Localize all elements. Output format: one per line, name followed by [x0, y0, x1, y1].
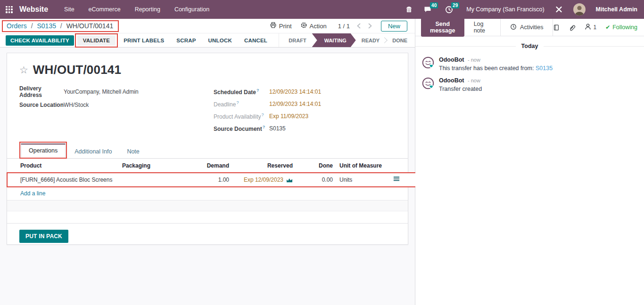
col-done[interactable]: Done: [295, 159, 335, 173]
annotation-box-validate: VALIDATE: [75, 33, 118, 48]
cell-uom[interactable]: Units: [335, 173, 391, 187]
control-panel: Orders / S0135 / WH/OUT/00141 Print Acti…: [0, 19, 415, 33]
source-document-label: Source Document?: [214, 125, 269, 132]
menu-ecommerce[interactable]: eCommerce: [89, 6, 121, 13]
message-text: This transfer has been created from: S01…: [439, 65, 553, 72]
cell-done[interactable]: 0.00: [295, 173, 335, 187]
breadcrumb-sale-order[interactable]: S0135: [37, 22, 56, 30]
menu-site[interactable]: Site: [64, 6, 74, 13]
app-name[interactable]: Website: [19, 5, 48, 14]
operations-table: Product Packaging Demand Reserved Done U…: [7, 159, 429, 187]
message-time: - now: [468, 78, 480, 83]
activities-clock-icon[interactable]: 29: [445, 6, 453, 14]
check-icon: ✔: [605, 24, 610, 31]
col-product[interactable]: Product: [7, 159, 120, 173]
new-button[interactable]: New: [381, 21, 407, 32]
statusbar: CHECK AVAILABILITY VALIDATE PRINT LABELS…: [0, 33, 415, 48]
col-unit-of-measure[interactable]: Unit of Measure: [335, 159, 391, 173]
form-view: ☆ WH/OUT/00141 Delivery Address YourComp…: [0, 48, 415, 305]
following-button[interactable]: ✔ Following: [605, 24, 637, 31]
pager-previous-icon[interactable]: [355, 22, 363, 30]
form-pane: Orders / S0135 / WH/OUT/00141 Print Acti…: [0, 19, 415, 305]
check-availability-button[interactable]: CHECK AVAILABILITY: [6, 35, 74, 46]
help-icon: ?: [262, 112, 264, 117]
message-record-link[interactable]: S0135: [536, 65, 553, 72]
pager-next-icon[interactable]: [366, 22, 373, 30]
annotation-box-operations-tab: Operations: [19, 142, 67, 159]
apps-menu-icon[interactable]: [6, 6, 13, 13]
user-name[interactable]: Mitchell Admin: [596, 6, 637, 13]
chatter-message: OdooBot - now This transfer has been cre…: [415, 52, 644, 73]
company-switcher[interactable]: My Company (San Francisco): [466, 6, 544, 13]
printer-icon: [270, 22, 277, 30]
stage-waiting[interactable]: WAITING: [312, 33, 356, 47]
breadcrumb-separator: /: [60, 22, 62, 30]
forecast-chart-icon[interactable]: [286, 177, 293, 183]
activities-label: Activities: [520, 24, 543, 31]
menu-reporting[interactable]: Reporting: [135, 6, 160, 13]
validate-button[interactable]: VALIDATE: [77, 35, 116, 46]
put-in-pack-button[interactable]: PUT IN PACK: [19, 230, 68, 243]
detailed-operations-icon[interactable]: [393, 176, 400, 182]
col-packaging[interactable]: Packaging: [120, 159, 191, 173]
followers-button[interactable]: 1: [585, 23, 596, 32]
table-row-furn-6666[interactable]: [FURN_6666] Acoustic Bloc Screens 1.00 E…: [7, 173, 429, 187]
cell-reserved[interactable]: Exp 12/09/2023: [231, 173, 295, 187]
stage-draft[interactable]: DRAFT: [281, 33, 314, 47]
followers-count: 1: [593, 24, 596, 31]
delivery-address-value[interactable]: YourCompany, Mitchell Admin: [64, 88, 139, 95]
deadline-value: 12/09/2023 14:14:01: [269, 101, 321, 107]
cell-demand[interactable]: 1.00: [191, 173, 231, 187]
col-demand[interactable]: Demand: [191, 159, 231, 173]
print-button[interactable]: Print: [270, 22, 292, 30]
stage-pipeline: DRAFT WAITING READY DONE: [279, 33, 415, 47]
message-time: - now: [468, 57, 480, 63]
cell-packaging[interactable]: [120, 173, 191, 187]
add-a-line-link[interactable]: Add a line: [20, 190, 45, 197]
breadcrumb-orders[interactable]: Orders: [7, 22, 27, 30]
form-sheet: ☆ WH/OUT/00141 Delivery Address YourComp…: [7, 53, 408, 245]
deadline-label: Deadline?: [214, 100, 269, 108]
log-note-button[interactable]: Log note: [474, 21, 491, 34]
activities-button[interactable]: Activities: [500, 19, 553, 36]
tab-additional-info[interactable]: Additional Info: [67, 145, 119, 158]
menu-configuration[interactable]: Configuration: [174, 6, 209, 13]
odoobot-avatar: [422, 56, 434, 69]
scrap-button[interactable]: SCRAP: [172, 35, 200, 46]
annotation-box-breadcrumb: Orders / S0135 / WH/OUT/00141: [2, 20, 119, 32]
message-author[interactable]: OdooBot: [439, 77, 464, 84]
chatter-panel: Send message Log note Activities 1 ✔ Fol…: [415, 19, 644, 305]
product-availability-value: Exp 11/09/2023: [269, 113, 308, 120]
chatter-message: OdooBot - now Transfer created: [415, 73, 644, 94]
tab-operations[interactable]: Operations: [21, 144, 66, 158]
app-menu: Site eCommerce Reporting Configuration: [64, 6, 209, 13]
action-button[interactable]: Action: [300, 22, 327, 30]
log-book-icon[interactable]: [553, 24, 560, 31]
scheduled-date-label: Scheduled Date?: [214, 88, 269, 96]
clock-icon: [510, 24, 517, 32]
scheduled-date-value[interactable]: 12/09/2023 14:14:01: [269, 88, 321, 95]
unlock-button[interactable]: UNLOCK: [204, 35, 237, 46]
message-author[interactable]: OdooBot: [439, 56, 464, 63]
favorite-star-icon[interactable]: ☆: [19, 65, 28, 75]
source-document-value[interactable]: S0135: [269, 125, 286, 132]
messages-icon[interactable]: 40: [423, 6, 432, 13]
col-reserved[interactable]: Reserved: [231, 159, 295, 173]
stage-done[interactable]: DONE: [385, 33, 415, 47]
activities-badge: 29: [451, 2, 459, 8]
field-grid: Delivery Address YourCompany, Mitchell A…: [7, 77, 408, 135]
user-avatar[interactable]: [573, 3, 586, 16]
tab-note[interactable]: Note: [119, 145, 147, 158]
print-labels-button[interactable]: PRINT LABELS: [119, 35, 169, 46]
record-title: WH/OUT/00141: [33, 63, 121, 77]
source-location-value[interactable]: WH/Stock: [64, 102, 89, 108]
paperclip-icon[interactable]: [569, 24, 576, 31]
send-message-button[interactable]: Send message: [421, 18, 464, 37]
action-label: Action: [310, 23, 327, 30]
cancel-button[interactable]: CANCEL: [239, 35, 272, 46]
storefront-icon[interactable]: [405, 6, 413, 13]
cell-product[interactable]: [FURN_6666] Acoustic Bloc Screens: [7, 173, 120, 187]
developer-tools-icon[interactable]: [555, 6, 563, 13]
top-navbar: Website Site eCommerce Reporting Configu…: [0, 0, 644, 19]
date-divider-label: Today: [521, 43, 538, 49]
